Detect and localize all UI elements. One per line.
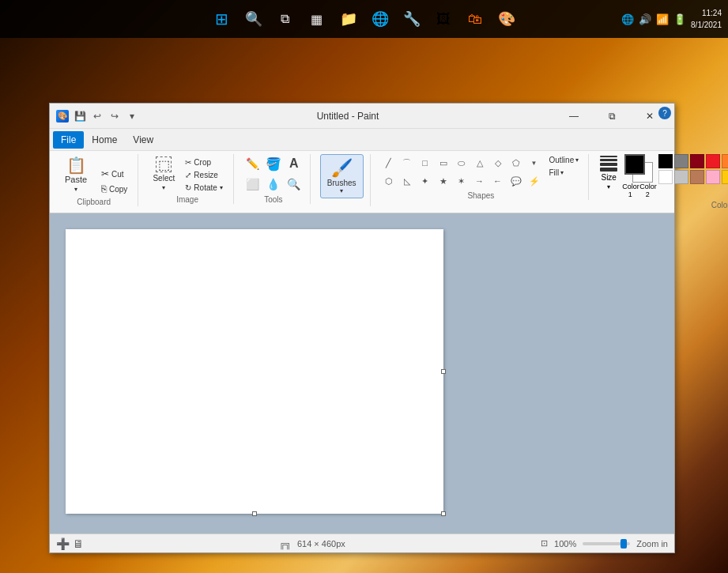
color-cell-12[interactable] (690, 170, 704, 184)
resize-handle-corner[interactable] (441, 511, 446, 516)
fill-dropdown[interactable]: Fill ▾ (546, 167, 583, 179)
shape-star4[interactable]: ✦ (417, 172, 434, 190)
menu-file[interactable]: File (53, 131, 84, 149)
shape-line[interactable]: ╱ (380, 154, 398, 172)
dimensions-text: 614 × 460px (297, 539, 345, 548)
shape-round-rect[interactable]: ▭ (435, 154, 452, 172)
task-view-icon[interactable]: ⧉ (271, 5, 300, 33)
explorer-icon[interactable]: 📁 (334, 5, 363, 33)
zoom-slider[interactable] (583, 542, 630, 545)
shape-callout[interactable]: 💬 (507, 172, 525, 190)
color-cell-0[interactable] (658, 154, 673, 168)
color-cell-2[interactable] (690, 154, 704, 168)
start-button[interactable]: ⊞ (208, 5, 236, 33)
color-palette-wrapper (658, 154, 728, 184)
select-button[interactable]: ⬚ Select ▾ (148, 154, 179, 194)
resize-handle-right[interactable] (441, 369, 446, 374)
eraser-tool[interactable]: ⬜ (243, 175, 262, 194)
color-cell-1[interactable] (674, 154, 688, 168)
menu-bar: File Home View ? (50, 129, 674, 151)
paste-dropdown-arrow[interactable]: ▾ (74, 186, 77, 193)
brushes-label: Brushes (327, 179, 356, 187)
pencil-tool[interactable]: ✏️ (243, 154, 262, 173)
rotate-label: Rotate (194, 183, 217, 192)
shape-lightning[interactable]: ⚡ (526, 172, 543, 190)
fill-arrow: ▾ (560, 169, 564, 176)
paste-label: Paste (65, 175, 87, 184)
shape-right-tri[interactable]: ◺ (398, 172, 416, 190)
rotate-button[interactable]: ↻ Rotate ▾ (181, 182, 226, 194)
select-label: Select (153, 174, 175, 183)
edge-icon[interactable]: 🌐 (366, 5, 394, 33)
drawing-canvas[interactable] (66, 229, 443, 514)
size-line-3 (600, 163, 617, 166)
image-small-btns: ✂ Crop ⤢ Resize ↻ Rotate ▾ (181, 156, 226, 194)
shapes-label: Shapes (467, 191, 494, 200)
outline-dropdown[interactable]: Outline ▾ (546, 154, 583, 166)
shapes-grid: ╱ ⌒ □ ▭ ⬭ △ ◇ ⬠ ▼ ⬡ ◺ ✦ ★ (380, 154, 543, 190)
copy-button[interactable]: ⎘ Copy (97, 182, 131, 196)
paint-taskbar-icon[interactable]: 🎨 (492, 5, 521, 33)
brushes-button[interactable]: 🖌️ Brushes ▾ (320, 154, 364, 198)
size-dropdown[interactable]: ▾ (607, 183, 610, 190)
shape-arrow-left[interactable]: ← (489, 172, 507, 190)
fill-label: Fill (549, 168, 560, 177)
resize-handle-bottom[interactable] (252, 511, 257, 516)
quick-access-dropdown[interactable]: ▾ (124, 108, 140, 124)
cut-button[interactable]: ✂ Cut (97, 167, 131, 181)
fill-tool[interactable]: 🪣 (264, 154, 283, 173)
shape-ellipse[interactable]: ⬭ (453, 154, 470, 172)
search-taskbar-icon[interactable]: 🔍 (240, 5, 268, 33)
select-dropdown[interactable]: ▾ (162, 184, 165, 191)
shape-star5[interactable]: ★ (435, 172, 452, 190)
add-icon: ➕ (56, 537, 70, 550)
paste-icon: 📋 (66, 157, 86, 173)
tools-label: Tools (264, 195, 282, 204)
color-cell-10[interactable] (658, 170, 673, 184)
screen-icon: 🖥 (73, 537, 84, 550)
color1-swatch[interactable] (624, 154, 645, 175)
shapes-content: ╱ ⌒ □ ▭ ⬭ △ ◇ ⬠ ▼ ⬡ ◺ ✦ ★ (380, 154, 583, 190)
paste-button[interactable]: 📋 Paste ▾ (56, 154, 96, 196)
clipboard-content: 📋 Paste ▾ ✂ Cut ⎘ Copy (56, 154, 131, 196)
save-quick-btn[interactable]: 💾 (72, 108, 88, 124)
undo-btn[interactable]: ↩ (89, 108, 105, 124)
minimize-button[interactable]: — (556, 104, 592, 129)
size-button[interactable]: Size ▾ (598, 154, 619, 192)
color-cell-13[interactable] (706, 170, 720, 184)
shape-star6[interactable]: ✶ (453, 172, 470, 190)
shape-arrow-right[interactable]: → (471, 172, 488, 190)
zoom-thumb[interactable] (620, 539, 627, 548)
rotate-dropdown[interactable]: ▾ (220, 184, 223, 191)
store-icon[interactable]: 🛍 (461, 5, 489, 33)
shape-curve[interactable]: ⌒ (398, 154, 416, 172)
photos-icon[interactable]: 🖼 (429, 5, 458, 33)
crop-button[interactable]: ✂ Crop (181, 156, 226, 168)
color-cell-4[interactable] (722, 154, 728, 168)
dev-icon[interactable]: 🔧 (398, 5, 426, 33)
widgets-icon[interactable]: ▦ (303, 5, 331, 33)
zoom-tool[interactable]: 🔍 (285, 175, 304, 194)
text-tool[interactable]: A (285, 154, 304, 173)
resize-button[interactable]: ⤢ Resize (181, 169, 226, 181)
shape-triangle[interactable]: △ (471, 154, 488, 172)
shape-pentagon[interactable]: ⬠ (507, 154, 525, 172)
menu-view[interactable]: View (125, 131, 161, 149)
color-cell-3[interactable] (706, 154, 720, 168)
color-picker-tool[interactable]: 💧 (264, 175, 283, 194)
shape-hex[interactable]: ⬡ (380, 172, 398, 190)
shape-rect[interactable]: □ (417, 154, 434, 172)
redo-btn[interactable]: ↪ (107, 108, 123, 124)
help-icon[interactable]: ? (658, 107, 671, 119)
shape-diamond[interactable]: ◇ (489, 154, 507, 172)
brushes-dropdown[interactable]: ▾ (340, 187, 343, 194)
menu-home[interactable]: Home (84, 131, 125, 149)
outline-label: Outline (549, 156, 575, 164)
battery-icon: 🔋 (673, 13, 686, 25)
shape-scroll[interactable]: ▼ (526, 154, 543, 172)
image-content: ⬚ Select ▾ ✂ Crop ⤢ Resize (148, 154, 226, 194)
maximize-button[interactable]: ⧉ (594, 104, 630, 129)
brush-icon: 🖌️ (331, 158, 353, 179)
color-cell-11[interactable] (674, 170, 688, 184)
color-cell-14[interactable] (722, 170, 728, 184)
